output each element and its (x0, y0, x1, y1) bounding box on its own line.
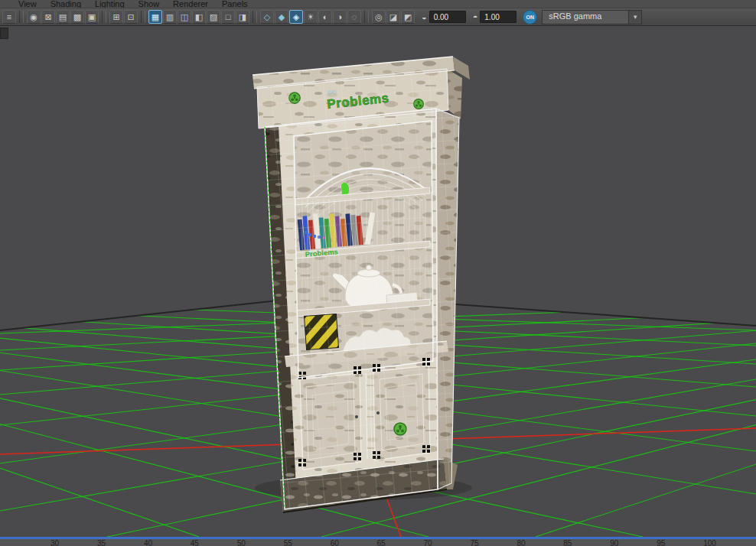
icon-glyph: ▤ (59, 12, 67, 22)
icon-glyph: ◌ (352, 12, 357, 21)
icon-glyph: ◫ (181, 12, 188, 22)
icon-glyph: ◎ (375, 12, 383, 22)
icon-glyph: ◈ (293, 12, 299, 22)
viewport-3d[interactable]: ©© Problems (0, 26, 756, 537)
time-slider[interactable]: 3035404550556065707580859095100 (0, 539, 756, 546)
chevron-down-icon[interactable]: ▼ (628, 11, 641, 24)
timeline-tick[interactable]: 100 (703, 540, 716, 546)
maya-viewport-panel: ViewShadingLightingShowRendererPanels ≡ … (0, 0, 756, 546)
timeline-tick[interactable]: 80 (516, 540, 525, 546)
icon-glyph: ⊞ (112, 12, 119, 22)
icon-glyph: ▦ (152, 12, 159, 22)
menu-panels[interactable]: Panels (222, 0, 248, 8)
menu-show[interactable]: Show (138, 0, 160, 8)
timeline-tick[interactable]: 85 (563, 540, 572, 546)
viewport-canvas[interactable]: ©© Problems (0, 26, 756, 537)
icon-glyph: ⊠ (44, 12, 51, 22)
menu-shading[interactable]: Shading (51, 0, 81, 8)
menu-renderer[interactable]: Renderer (173, 0, 208, 8)
icon-glyph: ◩ (404, 12, 412, 22)
gamma-input[interactable]: 1.00 (480, 11, 516, 23)
exposure-input[interactable]: 0.00 (429, 11, 466, 23)
timeline-tick[interactable]: 35 (97, 540, 106, 546)
pan-zoom-group: ⊞⊡ (109, 10, 138, 24)
timeline-tick[interactable]: 55 (284, 540, 292, 546)
menu-lighting[interactable]: Lighting (95, 0, 125, 8)
toolbar-separator (364, 11, 369, 23)
timeline-tick[interactable]: 50 (237, 540, 246, 546)
icon-glyph: ◉ (30, 12, 37, 22)
timeline-tick[interactable]: 70 (424, 540, 432, 546)
cabinet-model[interactable]: ©© Problems (253, 57, 470, 512)
icon-glyph: ◇ (264, 12, 270, 22)
timeline-tick[interactable]: 30 (51, 540, 59, 546)
overlay-display-group: ◎◪◩ (372, 10, 415, 24)
wireframe-overlay (257, 69, 459, 509)
exposure-icon[interactable]: ◒ (422, 12, 427, 21)
gate-display-group: ▦▥◫◧▨□◨ (148, 10, 249, 24)
toolbar-separator (141, 11, 145, 23)
icon-glyph: ▩ (73, 12, 81, 22)
timeline-tick[interactable]: 65 (377, 540, 386, 546)
timeline-tick[interactable]: 45 (191, 540, 199, 546)
toolbar-separator (102, 11, 106, 23)
icon-glyph: ▥ (166, 12, 174, 22)
icon-glyph: ◨ (239, 12, 246, 22)
gamma-field-group: ◓ 1.00 (473, 11, 517, 23)
icon-glyph: ◧ (195, 12, 203, 22)
menu-view[interactable]: View (18, 0, 37, 8)
timeline-tick[interactable]: 60 (331, 540, 339, 546)
timeline-tick[interactable]: 95 (657, 540, 665, 546)
icon-glyph: ☀ (307, 12, 314, 22)
icon-glyph: ◆ (279, 12, 285, 22)
view-transform-value: sRGB gamma (543, 11, 628, 24)
leading-group: ≡ (2, 10, 16, 24)
icon-glyph: □ (226, 12, 231, 21)
viewport-toolbar: ≡ ◉⊠▤▩▣ ⊞⊡ ▦▥◫◧▨□◨ ◇◆◈☀◐◑◌ ◎◪◩ ◒ 0.00 ◓ … (0, 8, 756, 26)
camera-tools-group: ◉⊠▤▩▣ (27, 10, 99, 24)
icon-glyph: ▨ (210, 12, 217, 22)
timeline-tick[interactable]: 40 (144, 540, 152, 546)
exposure-field-group: ◒ 0.00 (422, 11, 466, 23)
toolbar-separator (19, 11, 24, 23)
toolbar-separator (253, 11, 257, 23)
panel-menu-bar: ViewShadingLightingShowRendererPanels (0, 0, 756, 8)
timeline-tick[interactable]: 75 (470, 540, 478, 546)
viewport-corner-widget[interactable] (0, 28, 8, 39)
icon-glyph: ◪ (389, 12, 397, 22)
icon-glyph: ▣ (88, 12, 96, 22)
icon-glyph: ≡ (7, 12, 11, 21)
icon-glyph: ⊡ (127, 12, 134, 22)
gamma-icon[interactable]: ◓ (473, 12, 478, 21)
timeline-tick[interactable]: 90 (610, 540, 618, 546)
icon-glyph: ◐ (323, 12, 328, 21)
view-transform-dropdown[interactable]: sRGB gamma ▼ (542, 10, 642, 24)
shading-mode-group: ◇◆◈☀◐◑◌ (260, 10, 361, 24)
icon-glyph: ◑ (337, 12, 343, 21)
color-management-toggle[interactable]: ON (523, 10, 537, 24)
